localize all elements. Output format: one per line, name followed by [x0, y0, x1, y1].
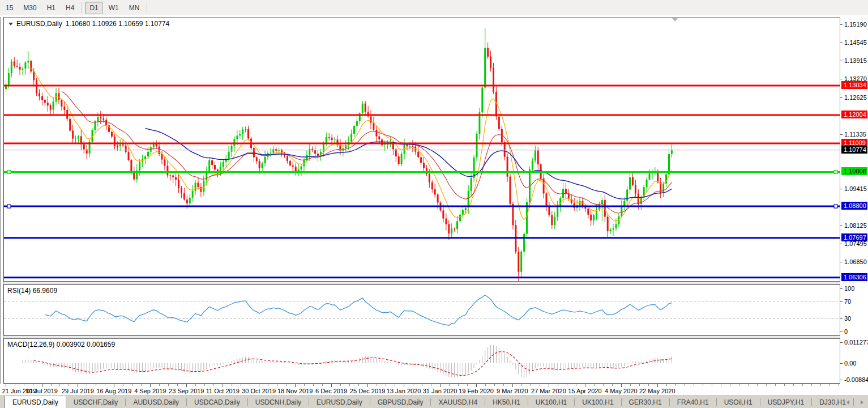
- price-tick: 1.14545: [840, 39, 867, 46]
- date-minor-tick: [639, 384, 640, 386]
- date-label: 22 May 2020: [639, 388, 675, 394]
- price-tick: 1.08125: [840, 222, 867, 229]
- date-minor-tick: [558, 384, 558, 386]
- date-minor-tick: [87, 384, 87, 386]
- macd-panel[interactable]: MACD(12,26,9) 0.003902 0.001659: [3, 338, 840, 384]
- date-minor-tick: [666, 384, 667, 386]
- timeframe-button-h1[interactable]: H1: [42, 2, 60, 14]
- price-badge: 1.13034: [841, 81, 867, 89]
- date-major-tick: [223, 384, 223, 387]
- toolbar-separator: [147, 2, 147, 13]
- date-minor-tick: [703, 384, 703, 386]
- candles-layer: [5, 28, 673, 281]
- date-major-tick: [331, 384, 332, 387]
- timeframe-button-w1[interactable]: W1: [104, 2, 123, 14]
- date-minor-tick: [268, 384, 268, 386]
- date-minor-tick: [413, 384, 413, 386]
- date-minor-tick: [286, 384, 287, 386]
- date-minor-tick: [322, 384, 323, 386]
- ma-20: [62, 91, 672, 213]
- chart-shift-marker-icon[interactable]: [672, 18, 678, 22]
- date-minor-tick: [232, 384, 232, 386]
- chart-menu-triangle-icon[interactable]: [8, 23, 13, 26]
- tab-gbpusd-daily[interactable]: GBPUSD,Daily: [370, 396, 431, 408]
- price-axis[interactable]: 1.151901.145451.139151.132701.126251.113…: [840, 17, 868, 384]
- date-label: 30 Oct 2019: [242, 388, 276, 394]
- date-minor-tick: [748, 384, 749, 386]
- date-major-tick: [114, 384, 114, 387]
- timeframe-button-m30[interactable]: M30: [19, 2, 41, 14]
- tab-usdjpy-h1[interactable]: USDJPY,H1: [760, 396, 811, 408]
- rsi-label: RSI(14) 66.9609: [7, 287, 57, 295]
- date-minor-tick: [69, 384, 69, 386]
- date-minor-tick: [250, 384, 250, 386]
- date-minor-tick: [712, 384, 712, 386]
- ma-8: [28, 67, 672, 221]
- chart-ohlc-header: EURUSD,Daily 1.10680 1.10926 1.10659 1.1…: [8, 20, 169, 28]
- timeframe-button-d1[interactable]: D1: [85, 2, 102, 14]
- tab-hk50-h1[interactable]: HK50,H1: [485, 396, 528, 408]
- tab-bar-lead-divider: [0, 396, 5, 408]
- date-minor-tick: [494, 384, 495, 386]
- date-minor-tick: [594, 384, 595, 386]
- date-minor-tick: [730, 384, 730, 386]
- price-tick: 1.11335: [840, 131, 866, 138]
- tab-usdcnh-daily[interactable]: USDCNH,Daily: [248, 396, 309, 408]
- tab-audusd-daily[interactable]: AUDUSD,Daily: [126, 396, 186, 408]
- timeframe-toolbar: 15M30H1H4D1W1MN: [0, 0, 868, 16]
- date-major-tick: [440, 384, 441, 387]
- timeframe-button-mn[interactable]: MN: [125, 2, 144, 14]
- date-minor-tick: [195, 384, 196, 386]
- date-minor-tick: [521, 384, 522, 386]
- date-minor-tick: [96, 384, 96, 386]
- date-minor-tick: [829, 384, 830, 386]
- tab-usoil-h1[interactable]: USOil,H1: [717, 396, 760, 408]
- date-minor-tick: [159, 384, 160, 386]
- chart-ohlc-values: 1.10680 1.10926 1.10659 1.10774: [66, 20, 170, 28]
- date-label: 18 Nov 2019: [277, 388, 313, 394]
- ma-50: [146, 128, 672, 199]
- date-minor-tick: [168, 384, 169, 386]
- tab-eurusd-daily[interactable]: EURUSD,Daily: [5, 396, 66, 408]
- timeframe-button-h4[interactable]: H4: [61, 2, 79, 14]
- timeframe-button-15[interactable]: 15: [1, 2, 18, 14]
- moving-averages-layer: [28, 67, 672, 221]
- date-minor-tick: [349, 384, 350, 386]
- date-minor-tick: [304, 384, 305, 386]
- tab-usdchf-daily[interactable]: USDCHF,Daily: [66, 396, 126, 408]
- date-minor-tick: [612, 384, 613, 386]
- tab-uk100-h1[interactable]: UK100,H1: [575, 396, 621, 408]
- date-axis[interactable]: 21 Jun 201910 Jul 201929 Jul 201916 Aug …: [3, 384, 840, 397]
- tab-ger30-h1[interactable]: GER30,H1: [622, 396, 669, 408]
- date-label: 16 Aug 2019: [96, 388, 131, 394]
- main-chart-panel[interactable]: EURUSD,Daily 1.10680 1.10926 1.10659 1.1…: [3, 17, 840, 282]
- tab-eurusd-daily[interactable]: EURUSD,Daily: [309, 396, 370, 408]
- date-label: 11 Oct 2019: [206, 388, 240, 394]
- chart-symbol-label: EURUSD,Daily: [16, 20, 62, 28]
- price-badge: 1.06306: [841, 273, 867, 281]
- date-minor-tick: [694, 384, 694, 386]
- tab-uk100-h1[interactable]: UK100,H1: [528, 396, 574, 408]
- tab-scroll-left-icon[interactable]: [846, 400, 849, 405]
- tab-scroll-right-icon[interactable]: [861, 400, 863, 405]
- date-major-tick: [150, 384, 151, 387]
- date-minor-tick: [395, 384, 395, 386]
- rsi-panel[interactable]: RSI(14) 66.9609: [3, 284, 840, 335]
- date-label: 23 Sep 2019: [169, 388, 204, 394]
- date-label: 6 Dec 2019: [315, 388, 347, 394]
- tab-usdcad-daily[interactable]: USDCAD,Daily: [187, 396, 247, 408]
- chart-plot-column: EURUSD,Daily 1.10680 1.10926 1.10659 1.1…: [3, 17, 840, 384]
- date-minor-tick: [340, 384, 341, 386]
- date-major-tick: [295, 384, 296, 387]
- date-minor-tick: [59, 384, 60, 386]
- date-major-tick: [404, 384, 404, 387]
- tab-fra40-h1[interactable]: FRA40,H1: [670, 396, 716, 408]
- date-minor-tick: [820, 384, 821, 386]
- candlestick-chart: [4, 18, 840, 281]
- horizontal-lines-layer: [4, 86, 840, 278]
- chart-tab-bar: EURUSD,DailyUSDCHF,DailyAUDUSD,DailyUSDC…: [0, 396, 868, 408]
- tab-xauusd-h4[interactable]: XAUUSD,H4: [431, 396, 485, 408]
- date-minor-tick: [503, 384, 504, 386]
- date-minor-tick: [386, 384, 386, 386]
- date-label: 9 Mar 2020: [497, 388, 528, 394]
